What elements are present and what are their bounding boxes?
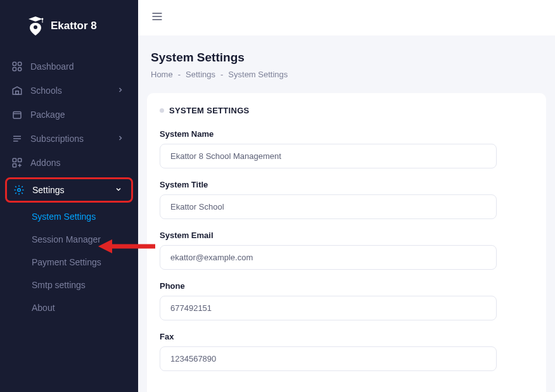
brand-logo[interactable]: Ekattor 8 [0, 15, 138, 54]
breadcrumb-current: System Settings [228, 70, 288, 79]
field-label: Fax [160, 332, 533, 341]
breadcrumb: Home - Settings - System Settings [151, 70, 542, 79]
system-email-input[interactable] [160, 245, 497, 270]
system-name-input[interactable] [160, 144, 497, 168]
page-title: System Settings [151, 51, 542, 65]
page-header: System Settings Home - Settings - System… [138, 35, 555, 88]
svg-rect-14 [18, 158, 22, 161]
topbar [138, 0, 555, 35]
sidebar-item-label: Subscriptions [30, 134, 109, 144]
field-system-title: System Title [160, 180, 533, 219]
subnav-about[interactable]: About [32, 296, 138, 319]
gear-icon [13, 184, 25, 196]
sidebar-item-settings[interactable]: Settings [5, 177, 133, 203]
sidebar-item-package[interactable]: Package [0, 103, 138, 127]
svg-rect-4 [18, 62, 22, 65]
svg-point-18 [18, 189, 21, 192]
brand-name: Ekattor 8 [51, 20, 97, 32]
field-label: System Email [160, 231, 533, 240]
sidebar-item-label: Package [30, 110, 127, 120]
sidebar-item-label: Dashboard [30, 61, 127, 72]
graduation-pin-icon [27, 15, 44, 37]
list-icon [11, 133, 23, 144]
hamburger-icon[interactable] [151, 10, 163, 25]
sidebar-item-label: Addons [30, 158, 127, 168]
chevron-right-icon [117, 134, 125, 144]
subnav-smtp-settings[interactable]: Smtp settings [32, 274, 138, 296]
sidebar-item-label: Schools [30, 85, 109, 96]
svg-point-6 [18, 68, 22, 71]
sidebar-item-schools[interactable]: Schools [0, 79, 138, 103]
card-title: SYSTEM SETTINGS [169, 106, 250, 115]
breadcrumb-separator: - [178, 70, 181, 79]
breadcrumb-settings[interactable]: Settings [186, 70, 215, 79]
card-header: SYSTEM SETTINGS [160, 106, 533, 115]
svg-rect-13 [13, 158, 16, 161]
field-label: System Name [160, 129, 533, 139]
subnav-payment-settings[interactable]: Payment Settings [32, 251, 138, 274]
card-indicator-dot [160, 108, 164, 113]
chevron-down-icon [115, 185, 124, 195]
field-fax: Fax [160, 332, 533, 371]
field-label: System Title [160, 180, 533, 189]
dashboard-icon [11, 61, 23, 72]
main-content: System Settings Home - Settings - System… [138, 0, 555, 392]
sidebar-item-label: Settings [32, 185, 107, 195]
system-title-input[interactable] [160, 194, 497, 219]
subnav-session-manager[interactable]: Session Manager [32, 228, 138, 251]
field-system-email: System Email [160, 231, 533, 270]
settings-card: SYSTEM SETTINGS System Name System Title… [147, 93, 546, 392]
sidebar-item-subscriptions[interactable]: Subscriptions [0, 127, 138, 151]
breadcrumb-separator: - [220, 70, 223, 79]
phone-input[interactable] [160, 296, 497, 320]
settings-submenu: System Settings Session Manager Payment … [0, 205, 138, 319]
addons-icon [11, 157, 23, 168]
svg-rect-3 [13, 62, 16, 65]
svg-rect-8 [13, 112, 21, 119]
svg-rect-7 [16, 91, 19, 94]
fax-input[interactable] [160, 346, 497, 371]
sidebar: Ekattor 8 Dashboard Schools Package Subs… [0, 0, 138, 392]
field-label: Phone [160, 281, 533, 291]
svg-rect-15 [13, 164, 16, 167]
svg-point-0 [34, 25, 37, 29]
chevron-right-icon [117, 85, 125, 96]
breadcrumb-home[interactable]: Home [151, 70, 173, 79]
sidebar-item-addons[interactable]: Addons [0, 151, 138, 175]
sidebar-item-dashboard[interactable]: Dashboard [0, 54, 138, 79]
field-system-name: System Name [160, 129, 533, 168]
school-icon [11, 85, 23, 96]
package-icon [11, 109, 23, 120]
subnav-system-settings[interactable]: System Settings [32, 205, 138, 228]
field-phone: Phone [160, 281, 533, 320]
svg-rect-5 [13, 68, 16, 71]
